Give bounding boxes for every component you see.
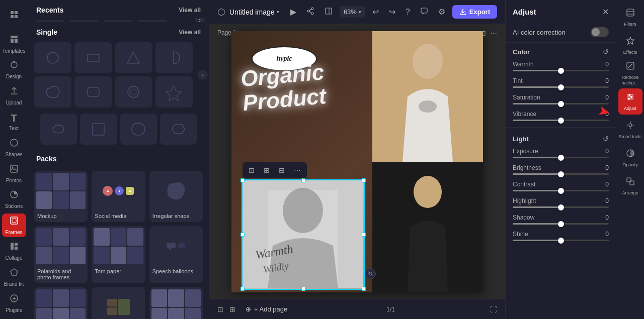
footer-expand-btn[interactable]: ⛶ — [490, 305, 497, 313]
pack-polaroids[interactable]: Polaroids and photo frames — [34, 226, 88, 283]
recent-thumb-1[interactable] — [34, 20, 65, 22]
nav-collage[interactable]: Collage — [2, 239, 26, 263]
pack-irregular-shape[interactable]: Irregular shape — [149, 171, 203, 222]
single-thumb-4[interactable] — [155, 42, 193, 73]
zoom-control[interactable]: 63% ▾ — [340, 6, 365, 18]
frame-remove-btn[interactable]: ⊟ — [275, 164, 289, 176]
handle-top-right[interactable] — [362, 178, 366, 182]
handle-right-mid[interactable] — [362, 233, 366, 237]
nav-text[interactable]: T Text — [2, 110, 26, 134]
footer-grid-btn[interactable]: ⊞ — [229, 305, 235, 313]
warmth-slider[interactable] — [513, 70, 609, 71]
right-remove-bg[interactable]: Remove backgr... — [618, 60, 642, 86]
right-effects[interactable]: Effects — [618, 32, 642, 58]
right-opacity[interactable]: Opacity — [618, 145, 642, 171]
recent-thumb-4[interactable] — [137, 20, 168, 22]
right-arrange[interactable]: Arrange — [618, 173, 642, 199]
handle-bottom-mid[interactable] — [301, 287, 305, 291]
single-thumb-7[interactable] — [115, 76, 152, 108]
saturation-slider[interactable] — [513, 103, 609, 104]
undo-btn[interactable]: ↩ — [369, 5, 382, 19]
nav-photos[interactable]: Photos — [2, 161, 26, 185]
recent-thumb-2[interactable] — [68, 20, 100, 22]
pack-lined-frames[interactable]: Lined frames — [34, 287, 88, 319]
ai-toggle[interactable] — [591, 27, 609, 37]
help-btn[interactable]: ? — [403, 6, 413, 19]
pack-mockup[interactable]: Mockup — [34, 171, 88, 222]
tint-label: Tint — [513, 77, 523, 84]
add-page-button[interactable]: ⊕ + Add page — [242, 303, 291, 315]
nav-stickers[interactable]: Stickers — [2, 187, 26, 211]
svg-marker-17 — [11, 269, 18, 275]
footer-icon-btn[interactable]: ⊡ — [217, 305, 223, 313]
nav-shapes[interactable]: Shapes — [2, 136, 26, 160]
stickers-icon — [9, 189, 19, 202]
pack-grid-1: Mockup ● ● ● Social media Irregular shap… — [34, 169, 203, 224]
single-thumb-3[interactable] — [115, 42, 152, 73]
nav-frames[interactable]: Frames — [2, 214, 26, 238]
pack-plastic[interactable]: Plastic — [149, 287, 203, 319]
handle-top-left[interactable] — [240, 178, 245, 182]
vibrance-slider[interactable] — [513, 120, 609, 121]
canvas-area[interactable]: Page 1 ⊡ ⋯ — [209, 24, 505, 299]
selected-frame[interactable]: Warmth Wildly ⊡ ⊞ ⊟ ⋯ — [242, 179, 365, 290]
share-btn[interactable] — [303, 5, 317, 19]
pack-torn-paper[interactable]: Torn paper — [92, 226, 145, 283]
play-btn[interactable]: ▶ — [287, 5, 299, 19]
recent-thumb-3[interactable] — [103, 20, 134, 22]
handle-bottom-left[interactable] — [240, 287, 245, 291]
right-filters[interactable]: Filters — [618, 4, 642, 30]
comment-btn[interactable] — [417, 5, 431, 19]
highlight-slider[interactable] — [513, 206, 609, 208]
page-more-btn[interactable]: ⋯ — [490, 29, 497, 37]
handle-top-mid[interactable] — [301, 178, 305, 182]
single-thumb-11[interactable] — [120, 114, 157, 145]
pack-social-media[interactable]: ● ● ● Social media — [92, 171, 145, 222]
right-smart-tools[interactable]: Smart tools — [618, 117, 642, 143]
single-arrow[interactable]: › — [198, 70, 208, 80]
settings-btn[interactable]: ⚙ — [435, 5, 448, 19]
nav-upload[interactable]: Upload — [2, 84, 26, 108]
pack-speech-balloons[interactable]: Speech balloons — [149, 226, 203, 283]
nav-templates[interactable]: Templates — [2, 32, 26, 56]
recents-arrow[interactable]: › — [195, 18, 205, 22]
single-thumb-9[interactable] — [40, 114, 77, 145]
single-thumb-5[interactable] — [34, 76, 71, 108]
recents-view-all[interactable]: View all — [179, 7, 201, 14]
nav-plugins[interactable]: Plugins — [2, 291, 26, 315]
color-reset-btn[interactable]: ↺ — [603, 48, 609, 56]
single-thumb-8[interactable] — [155, 76, 193, 108]
resize-btn[interactable] — [321, 5, 336, 19]
brightness-slider[interactable] — [513, 173, 609, 175]
nav-brandkit[interactable]: Brand kit — [2, 265, 26, 289]
right-adjust[interactable]: Adjust — [618, 88, 642, 115]
light-reset-btn[interactable]: ↺ — [603, 135, 609, 143]
contrast-slider[interactable] — [513, 190, 609, 191]
shine-slider[interactable] — [513, 240, 609, 241]
exposure-slider[interactable] — [513, 157, 609, 158]
svg-rect-32 — [167, 243, 176, 248]
handle-bottom-right[interactable] — [362, 287, 366, 291]
handle-left-mid[interactable] — [240, 233, 245, 237]
pack-stamps[interactable]: Stamps and labels — [92, 287, 145, 319]
nav-design[interactable]: Design — [2, 58, 26, 82]
shadow-slider[interactable] — [513, 223, 609, 225]
single-view-all[interactable]: View all — [179, 29, 201, 36]
tint-slider[interactable] — [513, 86, 609, 88]
single-thumb-12[interactable] — [160, 114, 197, 145]
frame-more-btn[interactable]: ⋯ — [290, 164, 305, 176]
nav-home[interactable] — [2, 4, 26, 28]
single-thumb-10[interactable] — [80, 114, 117, 145]
redo-btn[interactable]: ↪ — [386, 5, 398, 19]
figure-lower — [372, 162, 483, 292]
frame-swap-btn[interactable]: ⊞ — [260, 164, 274, 176]
export-button[interactable]: Export — [452, 5, 497, 19]
frame-crop-btn[interactable]: ⊡ — [245, 164, 259, 176]
rotate-button[interactable]: ↻ — [365, 268, 376, 279]
single-thumb-2[interactable] — [74, 42, 112, 73]
svg-point-64 — [630, 96, 632, 98]
adjust-close-btn[interactable]: ✕ — [602, 7, 609, 17]
single-thumb-6[interactable] — [74, 76, 112, 108]
canvas-title-button[interactable]: Untitled image ▾ — [229, 8, 279, 16]
single-thumb-1[interactable] — [34, 42, 71, 73]
